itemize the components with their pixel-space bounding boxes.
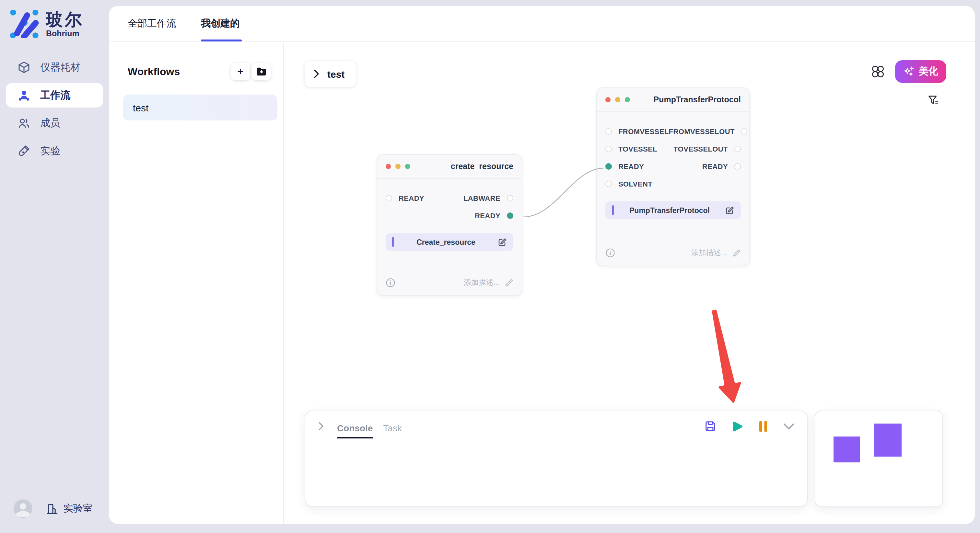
sidebar-item-label: 仪器耗材 [40,60,80,74]
sidebar-item-instruments[interactable]: 仪器耗材 [6,55,103,80]
edit-icon[interactable] [498,237,507,246]
input-port-ready[interactable]: READY [386,194,424,202]
input-port-tovessel[interactable]: TOVESSEL [605,145,657,152]
brand-name-en: Bohrium [46,29,84,38]
pause-icon[interactable] [759,420,767,431]
plus-icon: + [237,66,244,77]
sidebar-nav: 仪器耗材 工作流 成员 [6,55,103,163]
folder-download-icon [256,67,267,76]
workflow-list-item[interactable]: test [123,95,277,121]
beautify-button[interactable]: 美化 [895,60,946,83]
workflow-canvas[interactable]: test 美化 [284,43,975,524]
node-create-resource[interactable]: create_resource READY LABWARE [377,154,522,296]
chevron-down-icon[interactable] [783,423,795,430]
node-title: PumpTransferProtocol [654,95,741,104]
minimap[interactable] [815,411,943,507]
brand-logo[interactable]: 玻尔 Bohrium [9,10,84,38]
brand-name-zh: 玻尔 [46,10,84,29]
app-root: 玻尔 Bohrium 仪器耗材 工作流 [0,0,980,533]
lab-switcher[interactable]: 实验室 [46,503,93,515]
filter-funnel-icon[interactable] [928,95,939,106]
port-circle[interactable] [605,180,612,187]
bohrium-logo-icon [9,10,40,38]
node-title: create_resource [451,162,513,171]
pencil-icon[interactable] [732,249,741,257]
port-circle[interactable] [734,163,741,169]
layout-clover-icon[interactable] [872,65,884,78]
port-circle[interactable] [734,145,741,152]
console-panel: Console Task [305,411,808,507]
workflow-icon [18,89,30,102]
output-port-labware[interactable]: LABWARE [463,194,513,202]
node-header: create_resource [377,155,522,179]
node-header: PumpTransferProtocol [597,88,749,112]
port-circle[interactable] [605,128,612,134]
box-icon [18,61,30,74]
output-port-fromvesselout[interactable]: FROMVESSELOUT [669,127,748,135]
output-port-ready[interactable]: READY [702,162,741,170]
window-dots-icon [386,164,410,169]
add-workflow-button[interactable]: + [231,63,250,80]
window-dots-icon [605,97,630,102]
experiment-icon [18,144,30,157]
sidebar-item-experiments[interactable]: 实验 [6,139,103,163]
chevron-right-icon [314,69,320,78]
lab-label: 实验室 [64,503,93,515]
minimap-node [874,424,902,457]
import-folder-button[interactable] [251,63,271,80]
node-footer: 添加描述... [377,278,522,295]
edge-connection [523,168,604,217]
breadcrumb-label: test [327,68,345,79]
input-port-solvent[interactable]: SOLVENT [605,180,652,187]
sidebar-item-label: 成员 [40,116,60,130]
avatar[interactable] [14,499,32,518]
workflow-tabbar: 全部工作流 我创建的 [109,6,975,42]
sidebar-item-members[interactable]: 成员 [6,111,103,135]
port-circle[interactable] [741,128,748,134]
port-circle-connected[interactable] [507,212,513,219]
input-port-fromvessel[interactable]: FROMVESSEL [605,127,669,135]
node-action-pill[interactable]: Create_resource [386,233,513,251]
sidebar-footer: 实验室 [0,497,109,533]
sidebar-item-label: 实验 [40,144,60,158]
beautify-label: 美化 [919,65,938,78]
tab-console[interactable]: Console [337,414,373,438]
port-circle[interactable] [386,195,392,201]
building-icon [46,503,58,515]
info-icon[interactable] [386,278,395,287]
node-action-pill[interactable]: PumpTransferProtocol [605,201,741,219]
workflow-name: test [133,102,148,113]
pencil-icon[interactable] [505,279,513,287]
edit-icon[interactable] [725,206,734,215]
minimap-node [834,436,860,462]
output-port-tovesselout[interactable]: TOVESSELOUT [673,145,741,152]
tab-my-created[interactable]: 我创建的 [201,6,242,41]
workflows-list-panel: Workflows + test [109,43,284,524]
sparkles-icon [903,66,914,77]
port-circle[interactable] [605,145,612,152]
port-circle-connected[interactable] [605,163,612,169]
output-port-ready[interactable]: READY [475,211,513,219]
tab-all-workflows[interactable]: 全部工作流 [128,6,180,41]
main-panel: 全部工作流 我创建的 Workflows + test [109,6,975,524]
breadcrumb[interactable]: test [305,61,356,87]
info-icon[interactable] [605,248,615,258]
sidebar: 玻尔 Bohrium 仪器耗材 工作流 [0,0,109,533]
workflows-title: Workflows [128,66,180,78]
tab-task[interactable]: Task [383,414,402,438]
save-icon[interactable] [705,420,716,432]
collapse-chevron-icon[interactable] [318,422,324,431]
sidebar-item-label: 工作流 [40,89,70,102]
node-pump-transfer-protocol[interactable]: PumpTransferProtocol FROMVESSEL FROMVESS… [596,87,750,266]
node-footer: 添加描述... [597,248,749,265]
members-icon [18,117,30,130]
run-play-icon[interactable] [732,420,743,432]
port-circle[interactable] [507,195,513,201]
description-placeholder[interactable]: 添加描述... [464,278,500,287]
sidebar-item-workflow[interactable]: 工作流 [6,83,103,108]
input-port-ready[interactable]: READY [605,162,644,170]
description-placeholder[interactable]: 添加描述... [691,248,727,258]
